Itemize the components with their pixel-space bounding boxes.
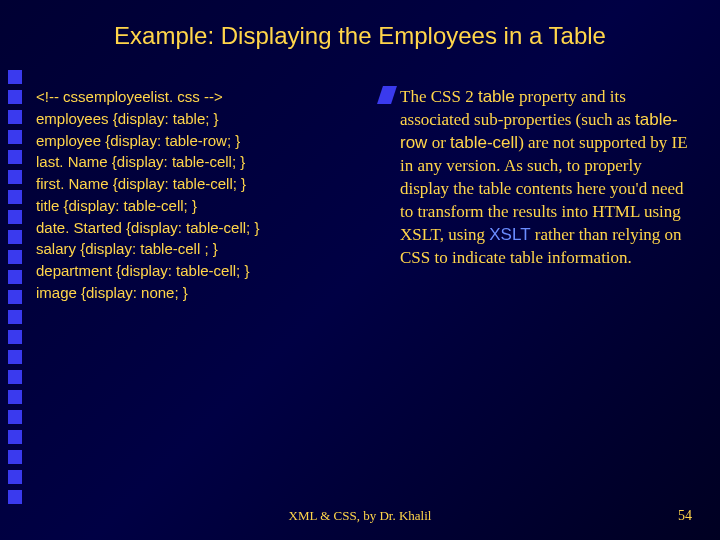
square-icon: [8, 210, 22, 224]
square-icon: [8, 270, 22, 284]
code-line: first. Name {display: table-cell; }: [36, 173, 259, 195]
square-icon: [8, 450, 22, 464]
square-icon: [8, 410, 22, 424]
square-icon: [8, 70, 22, 84]
square-icon: [8, 90, 22, 104]
square-icon: [8, 290, 22, 304]
css-code-block: <!-- cssemployeelist. css --> employees …: [36, 86, 259, 304]
square-icon: [8, 150, 22, 164]
body-column: The CSS 2 table property and its associa…: [400, 86, 690, 270]
square-icon: [8, 310, 22, 324]
code-line: title {display: table-cell; }: [36, 195, 259, 217]
code-line: last. Name {display: table-cell; }: [36, 151, 259, 173]
highlight-term: XSLT: [489, 225, 530, 244]
square-icon: [8, 330, 22, 344]
code-line: date. Started {display: table-cell; }: [36, 217, 259, 239]
square-icon: [8, 110, 22, 124]
square-icon: [8, 170, 22, 184]
square-icon: [8, 130, 22, 144]
code-line: employee {display: table-row; }: [36, 130, 259, 152]
code-term: table-cell: [450, 133, 518, 152]
footer-caption: XML & CSS, by Dr. Khalil: [0, 508, 720, 524]
slide-title: Example: Displaying the Employees in a T…: [0, 22, 720, 50]
square-icon: [8, 190, 22, 204]
code-line: <!-- cssemployeelist. css -->: [36, 86, 259, 108]
code-line: salary {display: table-cell ; }: [36, 238, 259, 260]
square-icon: [8, 230, 22, 244]
bullet-icon: [377, 86, 397, 104]
code-line: department {display: table-cell; }: [36, 260, 259, 282]
square-icon: [8, 490, 22, 504]
code-line: employees {display: table; }: [36, 108, 259, 130]
text-run: or: [427, 133, 450, 152]
square-icon: [8, 390, 22, 404]
page-number: 54: [678, 508, 692, 524]
square-icon: [8, 370, 22, 384]
text-run: The CSS 2: [400, 87, 478, 106]
square-icon: [8, 250, 22, 264]
code-line: image {display: none; }: [36, 282, 259, 304]
square-icon: [8, 430, 22, 444]
square-icon: [8, 470, 22, 484]
square-icon: [8, 350, 22, 364]
decorative-sidebar: [8, 70, 26, 504]
code-term: table: [478, 87, 515, 106]
body-paragraph: The CSS 2 table property and its associa…: [400, 86, 690, 270]
